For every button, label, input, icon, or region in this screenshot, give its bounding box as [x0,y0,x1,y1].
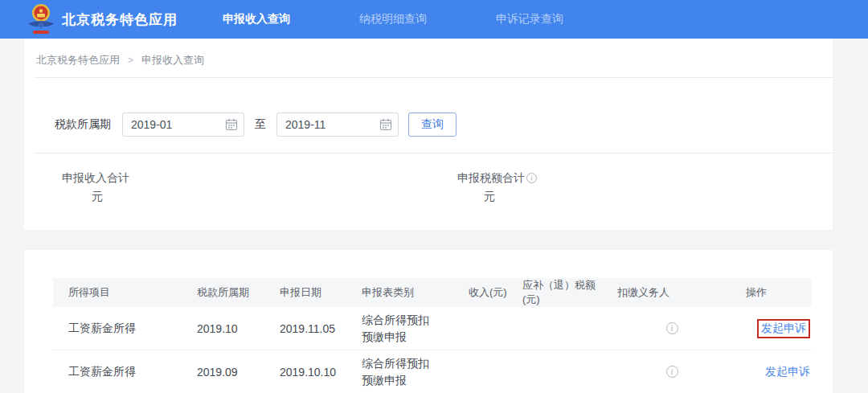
declared-tax-total-label: 申报税额合计i [457,171,537,186]
income-total-unit: 元 [92,190,103,203]
col-refund-amount: 应补（退）税额(元) [514,278,603,307]
cell-withholding-agent: i [612,307,732,350]
end-period-field [276,113,399,137]
initiate-appeal-link[interactable]: 发起申诉 [761,321,806,334]
cell-form-type: 综合所得预扣 预缴申报 [346,307,450,350]
tax-emblem-logo-icon [27,2,55,36]
tax-total-label-text: 申报税额合计 [457,171,525,184]
upper-content-card: 北京税务特色应用 > 申报收入查询 税款所属期 至 [24,39,833,230]
col-actions: 操作 [723,278,812,307]
col-tax-period: 税款所属期 [182,278,265,307]
top-navigation: 申报收入查询 纳税明细查询 申诉记录查询 [223,12,633,27]
cell-tax-period: 2019.10 [182,307,265,350]
page: 北京税务特色应用 申报收入查询 纳税明细查询 申诉记录查询 北京税务特色应用 >… [0,0,868,393]
results-table: 所得项目 税款所属期 申报日期 申报表类别 收入(元) 应补（退）税额(元) 扣… [53,278,812,393]
cell-income-type: 工资薪金所得 [53,350,182,393]
col-income: 收入(元) [450,278,514,307]
cell-form-type: 综合所得预扣 预缴申报 [346,350,450,393]
cell-tax-period: 2019.09 [182,350,265,393]
tax-total-unit: 元 [484,190,495,203]
col-declare-date: 申报日期 [265,278,346,307]
breadcrumb-separator-icon: > [128,55,133,66]
breadcrumb-root[interactable]: 北京税务特色应用 [36,53,120,68]
table-row: 工资薪金所得 2019.09 2019.10.10 综合所得预扣 预缴申报 i … [53,350,812,393]
info-icon[interactable]: i [666,322,678,334]
filter-bar: 税款所属期 至 [55,113,457,137]
divider [34,153,833,154]
highlight-annotation-box: 发起申诉 [757,319,810,338]
nav-item-declared-income-query[interactable]: 申报收入查询 [223,12,290,27]
info-icon[interactable]: i [666,366,678,378]
table-row: 工资薪金所得 2019.10 2019.11.05 综合所得预扣 预缴申报 i … [53,307,812,350]
cell-withholding-agent: i [612,350,732,393]
cell-action: 发起申诉 [723,307,812,350]
initiate-appeal-link[interactable]: 发起申诉 [765,365,810,379]
cell-action: 发起申诉 [723,350,812,393]
top-header-bar: 北京税务特色应用 申报收入查询 纳税明细查询 申诉记录查询 [0,0,868,39]
results-table-card: 所得项目 税款所属期 申报日期 申报表类别 收入(元) 应补（退）税额(元) 扣… [24,250,833,393]
table-header-row: 所得项目 税款所属期 申报日期 申报表类别 收入(元) 应补（退）税额(元) 扣… [53,278,812,307]
cell-income [450,307,514,350]
query-button[interactable]: 查询 [408,113,457,137]
tax-period-label: 税款所属期 [55,117,111,132]
declared-income-total-value: 元 [92,190,103,204]
calendar-icon[interactable] [225,118,238,131]
cell-income-type: 工资薪金所得 [53,307,182,350]
cell-refund [514,307,603,350]
col-withholding-agent: 扣缴义务人 [603,278,723,307]
cell-income [450,350,514,393]
declared-tax-total-value: 元 [484,190,495,204]
declared-income-total-label: 申报收入合计 [62,171,129,186]
calendar-icon[interactable] [379,118,392,131]
col-income-type: 所得项目 [53,278,182,307]
cell-refund [514,350,603,393]
nav-item-appeal-record-query[interactable]: 申诉记录查询 [496,12,563,27]
breadcrumb: 北京税务特色应用 > 申报收入查询 [36,53,204,68]
cell-declare-date: 2019.10.10 [265,350,346,393]
cell-declare-date: 2019.11.05 [265,307,346,350]
start-period-field [122,113,244,137]
app-title: 北京税务特色应用 [62,10,178,29]
divider [34,77,833,78]
nav-item-tax-detail-query[interactable]: 纳税明细查询 [359,12,427,27]
col-form-type: 申报表类别 [346,278,450,307]
to-label: 至 [255,117,266,132]
breadcrumb-current: 申报收入查询 [141,53,204,68]
info-icon[interactable]: i [526,173,537,183]
